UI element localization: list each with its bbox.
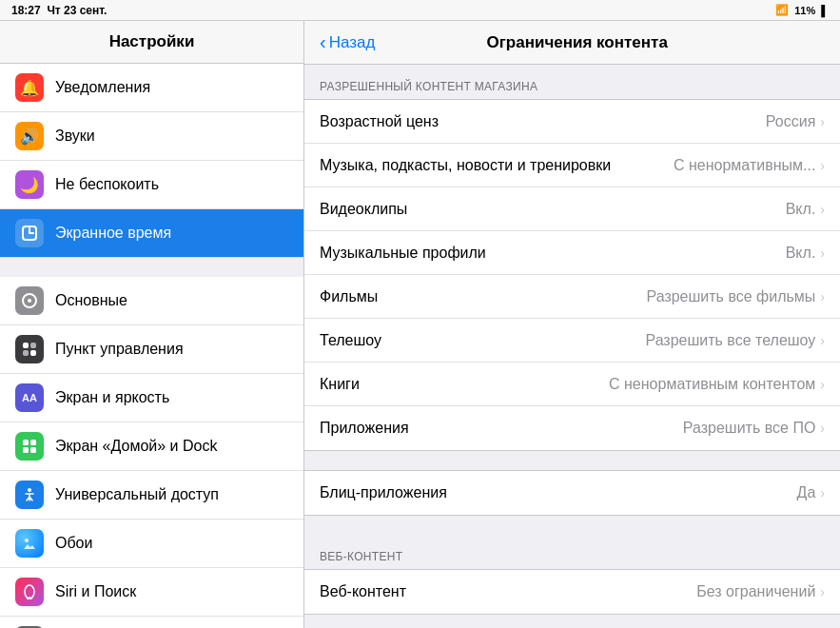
sidebar-item-notifications[interactable]: 🔔 Уведомления xyxy=(0,64,303,112)
sidebar-item-display[interactable]: AA Экран и яркость xyxy=(0,374,303,422)
books-value: С ненормативным контентом › xyxy=(609,376,825,393)
row-tvshows[interactable]: Телешоу Разрешить все телешоу › xyxy=(304,319,840,363)
sidebar-group-2: Основные Пункт управления AA xyxy=(0,277,303,628)
blitz-apps-label: Блиц-приложения xyxy=(320,484,447,501)
row-books[interactable]: Книги С ненормативным контентом › xyxy=(304,363,840,406)
row-age-rating[interactable]: Возрастной ценз Россия › xyxy=(304,100,840,144)
sidebar-item-siri[interactable]: Siri и Поиск xyxy=(0,568,303,617)
battery-level: 11% xyxy=(794,5,815,16)
row-videos[interactable]: Видеоклипы Вкл. › xyxy=(304,187,840,231)
svg-point-15 xyxy=(25,585,34,599)
books-chevron-icon: › xyxy=(820,377,825,392)
tvshows-label: Телешоу xyxy=(320,332,381,349)
svg-rect-11 xyxy=(23,447,29,453)
wifi-icon: 📶 xyxy=(775,4,789,16)
videos-chevron-icon: › xyxy=(820,202,825,217)
back-button[interactable]: ‹ Назад xyxy=(320,31,375,53)
apps-label: Приложения xyxy=(320,420,409,437)
accessibility-icon xyxy=(15,481,44,509)
wallpaper-icon xyxy=(15,529,44,558)
battery-icon: ▌ xyxy=(821,5,829,16)
music-profiles-label: Музыкальные профили xyxy=(320,245,486,262)
sounds-icon: 🔊 xyxy=(15,122,44,150)
svg-rect-12 xyxy=(30,447,36,453)
svg-rect-7 xyxy=(23,350,29,356)
tvshows-value: Разрешить все телешоу › xyxy=(645,332,825,349)
apps-value: Разрешить все ПО › xyxy=(683,420,825,437)
music-chevron-icon: › xyxy=(820,158,825,173)
music-profiles-value: Вкл. › xyxy=(786,245,825,262)
screentime-icon xyxy=(15,219,44,247)
siri-icon xyxy=(15,578,44,606)
blitz-table-group: Блиц-приложения Да › xyxy=(304,470,840,516)
sidebar-group-1: 🔔 Уведомления 🔊 Звуки 🌙 Не беспокоить xyxy=(0,64,303,258)
row-apps[interactable]: Приложения Разрешить все ПО › xyxy=(304,406,840,450)
gap-1 xyxy=(304,451,840,470)
age-rating-label: Возрастной ценз xyxy=(320,113,439,130)
sidebar-item-applepencil[interactable]: Apple Pencil xyxy=(0,617,303,628)
web-content-value: Без ограничений › xyxy=(696,583,825,600)
row-web-content[interactable]: Веб-контент Без ограничений › xyxy=(304,570,840,614)
svg-rect-10 xyxy=(30,440,36,445)
web-section-label: ВЕБ-КОНТЕНТ xyxy=(304,535,840,569)
svg-point-13 xyxy=(28,488,31,492)
gap-3 xyxy=(304,615,840,628)
general-label: Основные xyxy=(55,292,127,309)
films-chevron-icon: › xyxy=(820,289,825,304)
donotdisturb-icon: 🌙 xyxy=(15,170,44,199)
sidebar-item-general[interactable]: Основные xyxy=(0,277,303,325)
main-layout: Настройки 🔔 Уведомления 🔊 Звуки 🌙 Не бес… xyxy=(0,21,840,628)
detail-title: Ограничения контента xyxy=(386,33,768,52)
svg-rect-9 xyxy=(23,440,29,445)
detail-panel: ‹ Назад Ограничения контента РАЗРЕШЕННЫЙ… xyxy=(304,21,840,628)
sidebar-item-wallpaper[interactable]: Обои xyxy=(0,520,303,568)
gap-2 xyxy=(304,516,840,535)
general-icon xyxy=(15,286,44,315)
videos-label: Видеоклипы xyxy=(320,201,407,218)
display-label: Экран и яркость xyxy=(55,389,169,406)
donotdisturb-label: Не беспокоить xyxy=(55,176,159,193)
books-label: Книги xyxy=(320,376,360,393)
svg-rect-5 xyxy=(23,343,29,348)
homescreen-label: Экран «Домой» и Dock xyxy=(55,438,217,455)
films-label: Фильмы xyxy=(320,288,378,305)
notifications-label: Уведомления xyxy=(55,79,150,96)
screentime-label: Экранное время xyxy=(55,225,171,242)
videos-value: Вкл. › xyxy=(786,201,825,218)
status-bar: 18:27 Чт 23 сент. 📶 11% ▌ xyxy=(0,0,840,21)
display-icon: AA xyxy=(15,383,44,412)
music-label: Музыка, подкасты, новости и тренировки xyxy=(320,157,611,174)
row-music-profiles[interactable]: Музыкальные профили Вкл. › xyxy=(304,231,840,275)
sidebar-item-homescreen[interactable]: Экран «Домой» и Dock xyxy=(0,422,303,471)
web-content-label: Веб-контент xyxy=(320,583,406,600)
detail-content: РАЗРЕШЕННЫЙ КОНТЕНТ МАГАЗИНА Возрастной … xyxy=(304,65,840,628)
web-table-group: Веб-контент Без ограничений › xyxy=(304,569,840,615)
sidebar-item-controlcenter[interactable]: Пункт управления xyxy=(0,325,303,374)
blitz-apps-chevron-icon: › xyxy=(820,485,825,500)
svg-point-4 xyxy=(28,299,31,303)
row-films[interactable]: Фильмы Разрешить все фильмы › xyxy=(304,275,840,319)
music-profiles-chevron-icon: › xyxy=(820,245,825,261)
films-value: Разрешить все фильмы › xyxy=(647,288,825,305)
sidebar-separator-1 xyxy=(0,258,303,277)
music-value: С ненормативным... › xyxy=(674,157,825,174)
sidebar-list: 🔔 Уведомления 🔊 Звуки 🌙 Не беспокоить xyxy=(0,64,303,628)
svg-rect-8 xyxy=(30,350,36,356)
tvshows-chevron-icon: › xyxy=(820,333,825,348)
svg-point-14 xyxy=(25,539,29,542)
row-music[interactable]: Музыка, подкасты, новости и тренировки С… xyxy=(304,144,840,187)
row-blitz-apps[interactable]: Блиц-приложения Да › xyxy=(304,471,840,515)
wallpaper-label: Обои xyxy=(55,535,92,552)
age-rating-value: Россия › xyxy=(766,113,825,130)
blitz-apps-value: Да › xyxy=(797,484,825,501)
back-label[interactable]: Назад xyxy=(329,33,376,52)
sounds-label: Звуки xyxy=(55,128,95,145)
sidebar-item-accessibility[interactable]: Универсальный доступ xyxy=(0,471,303,520)
sidebar-item-screentime[interactable]: Экранное время xyxy=(0,209,303,258)
homescreen-icon xyxy=(15,432,44,461)
sidebar-item-donotdisturb[interactable]: 🌙 Не беспокоить xyxy=(0,161,303,209)
siri-label: Siri и Поиск xyxy=(55,583,136,600)
sidebar-item-sounds[interactable]: 🔊 Звуки xyxy=(0,112,303,161)
notifications-icon: 🔔 xyxy=(15,73,44,102)
age-rating-chevron-icon: › xyxy=(820,114,825,129)
